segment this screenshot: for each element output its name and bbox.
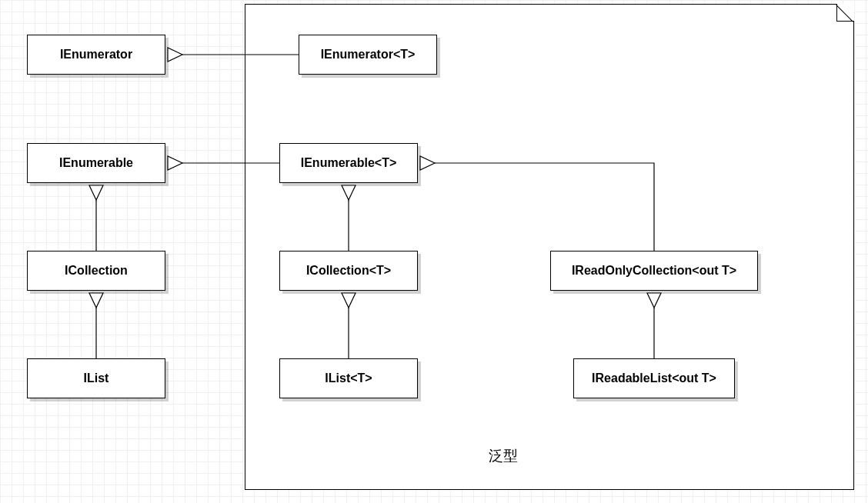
edge-icollection-to-ienumerable — [89, 185, 103, 251]
class-icollection: ICollection — [27, 251, 165, 291]
package-label: 泛型 — [489, 446, 518, 466]
package-fold-line — [836, 5, 853, 22]
diagram-canvas: 泛型 IEnumerator IEnumerator<T> IEnumerabl… — [0, 0, 868, 503]
class-icollection-t: ICollection<T> — [279, 251, 418, 291]
svg-marker-1 — [168, 48, 182, 62]
class-ienumerable: IEnumerable — [27, 143, 165, 183]
class-ilist: IList — [27, 358, 165, 398]
class-ienumerator: IEnumerator — [27, 35, 165, 75]
svg-marker-3 — [168, 156, 182, 170]
svg-marker-5 — [89, 185, 103, 200]
class-ienumerable-t: IEnumerable<T> — [279, 143, 418, 183]
svg-marker-7 — [89, 293, 103, 308]
edge-ilist-to-icollection — [89, 293, 103, 358]
class-ienumerator-t: IEnumerator<T> — [299, 35, 437, 75]
class-ilist-t: IList<T> — [279, 358, 418, 398]
class-ireadonlycollection-t: IReadOnlyCollection<out T> — [550, 251, 758, 291]
class-ireadablelist-t: IReadableList<out T> — [573, 358, 735, 398]
package-frame — [245, 4, 854, 490]
